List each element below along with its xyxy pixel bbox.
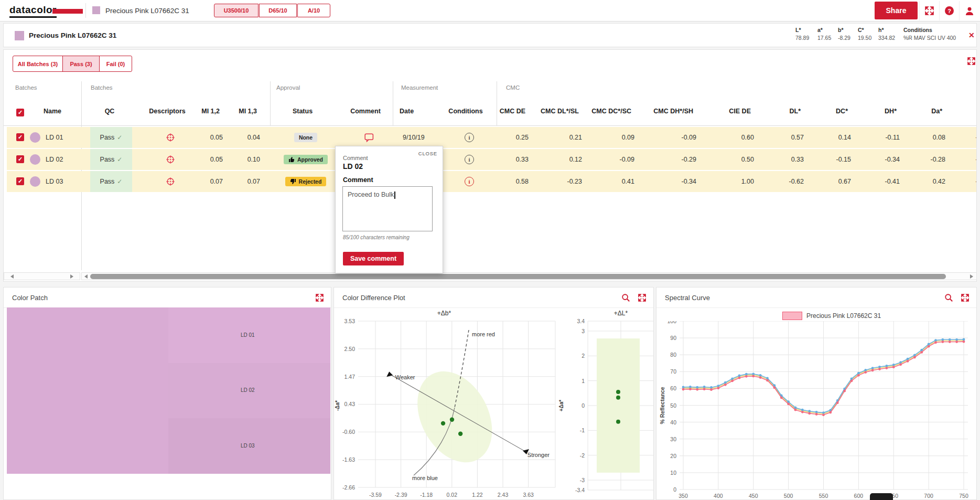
marker (808, 412, 811, 415)
strip-tick-label: 0 (581, 402, 585, 409)
value-dc: 0.14 (804, 127, 851, 148)
color-patch: LD 01LD 02LD 03 (7, 307, 330, 474)
info-icon[interactable]: i (465, 177, 474, 186)
app-root: datacolor Precious Pink L07662C 31 U3500… (0, 0, 980, 500)
row-checkbox[interactable]: ✓ (16, 177, 24, 185)
sample-name: Precious Pink L07662C 31 (105, 7, 189, 15)
filter-tab-all[interactable]: All Batches (3) (13, 56, 63, 72)
scrollbar-thumb[interactable] (90, 274, 946, 279)
illuminant-button-a-10[interactable]: A/10 (297, 4, 330, 17)
marker (934, 339, 937, 342)
info-icon[interactable]: i (465, 133, 474, 142)
column-header-name: Name (44, 108, 85, 115)
status-badge[interactable]: Approved (284, 155, 328, 164)
status-badge[interactable]: Rejected (285, 177, 327, 186)
metric-a: a*17.65 (817, 27, 831, 41)
fullscreen-button[interactable] (919, 1, 939, 20)
row-checkbox[interactable]: ✓ (16, 133, 24, 141)
sample-title: Precious Pink L07662C 31 (29, 31, 116, 39)
filter-tab-pass[interactable]: Pass (3) (62, 56, 100, 72)
status-cell[interactable]: None (261, 127, 350, 148)
table-row-ld02[interactable]: ✓LD 02Pass✓0.050.10Approvedi0.330.12-0.0… (7, 149, 977, 170)
marker (780, 397, 783, 399)
marker (913, 354, 916, 356)
save-comment-button[interactable]: Save comment (343, 252, 404, 265)
metric-L: L*78.89 (795, 27, 809, 41)
y-tick-label: 80 (670, 352, 676, 358)
x-tick-label: 2.43 (498, 492, 509, 498)
y-tick-label: 100 (667, 321, 676, 324)
select-all-checkbox[interactable]: ✓ (16, 109, 24, 116)
marker (794, 409, 797, 411)
weaker-arrowhead (386, 371, 393, 377)
strip-tick-label: 1 (581, 378, 585, 384)
descriptors-cell[interactable] (161, 127, 179, 148)
spectral-curve-panel: Spectral Curve Precious Pink L07662C 31 … (656, 287, 977, 500)
y-tick-label: 2.50 (344, 346, 356, 352)
value-ciede: 0.50 (707, 149, 754, 170)
filter-tab-fail[interactable]: Fail (0) (99, 56, 132, 72)
marker (913, 356, 916, 359)
marker (724, 381, 727, 384)
descriptors-cell[interactable] (161, 149, 179, 170)
scroll-right-icon[interactable] (70, 274, 73, 279)
status-badge[interactable]: None (294, 133, 317, 142)
illuminant-button-d65-10[interactable]: D65/10 (259, 4, 297, 17)
metric-label: L* (795, 27, 809, 33)
marker (850, 380, 853, 382)
value-cmcdlsl: 0.12 (535, 149, 582, 170)
patch-batch-ld02: LD 02 (168, 363, 330, 419)
conditions-cell[interactable]: i (464, 127, 475, 148)
help-button[interactable]: ? (939, 1, 959, 20)
comment-cell[interactable] (364, 127, 374, 148)
table-row-ld03[interactable]: ✓LD 03Pass✓0.070.07Rejectedi0.58-0.230.4… (7, 171, 977, 192)
metric-label: a* (817, 27, 831, 33)
close-icon[interactable]: ✕ (968, 31, 975, 39)
illuminant-button-u3500-10[interactable]: U3500/10 (214, 4, 259, 17)
info-icon[interactable]: i (465, 155, 474, 164)
conditions-cell[interactable]: i (464, 171, 475, 192)
batch-point (450, 417, 454, 421)
column-header-date: Date (400, 108, 436, 115)
column-group-approval: Approval (276, 84, 300, 91)
expand-plot-button[interactable] (638, 294, 646, 304)
account-button[interactable] (959, 1, 979, 20)
scroll-right-icon[interactable] (970, 274, 973, 279)
value-ciede: 0.60 (707, 127, 754, 148)
column-group-cmc: CMC (506, 84, 520, 91)
datacolor-logo[interactable]: datacolor (9, 4, 57, 18)
expand-patch-button[interactable] (316, 294, 324, 304)
share-button[interactable]: Share (875, 2, 918, 19)
conditions-cell[interactable]: i (464, 149, 475, 170)
expand-table-button[interactable] (967, 57, 975, 67)
marker (703, 388, 706, 390)
comment-bubble-icon[interactable] (364, 133, 374, 142)
legend-swatch (782, 312, 802, 320)
value-cmcde: 0.33 (481, 149, 529, 170)
x-tick-label: 1.22 (472, 492, 483, 498)
frozen-pane-scrollbar[interactable] (4, 272, 80, 280)
metric-value: %R MAV SCI UV 400 (903, 35, 956, 41)
marker (759, 376, 762, 379)
marker (696, 388, 698, 391)
popup-close-button[interactable]: CLOSE (418, 151, 437, 156)
y-tick-label: 40 (670, 419, 676, 425)
y-tick-label: 30 (670, 436, 676, 442)
value-ciede: 1.00 (707, 171, 754, 192)
y-tick-label: 90 (670, 335, 676, 341)
table-scrollbar[interactable] (81, 272, 977, 280)
table-row-ld01[interactable]: ✓LD 01Pass✓0.050.04None9/10/19i0.250.210… (7, 127, 977, 148)
x-tick-label: 500 (784, 493, 793, 499)
top-bar: datacolor Precious Pink L07662C 31 U3500… (0, 0, 980, 22)
marker (710, 388, 713, 391)
expand-spectral-button[interactable] (961, 294, 969, 304)
scroll-left-icon[interactable] (84, 274, 88, 279)
zoom-spectral-button[interactable] (944, 293, 953, 304)
row-checkbox[interactable]: ✓ (16, 155, 24, 163)
scroll-handle[interactable] (870, 493, 893, 500)
zoom-plot-button[interactable] (621, 293, 630, 304)
scroll-left-icon[interactable] (10, 274, 14, 279)
comment-textarea[interactable]: Proceed to Bulk (342, 186, 433, 231)
descriptors-cell[interactable] (161, 171, 179, 192)
expand-icon (925, 6, 934, 15)
